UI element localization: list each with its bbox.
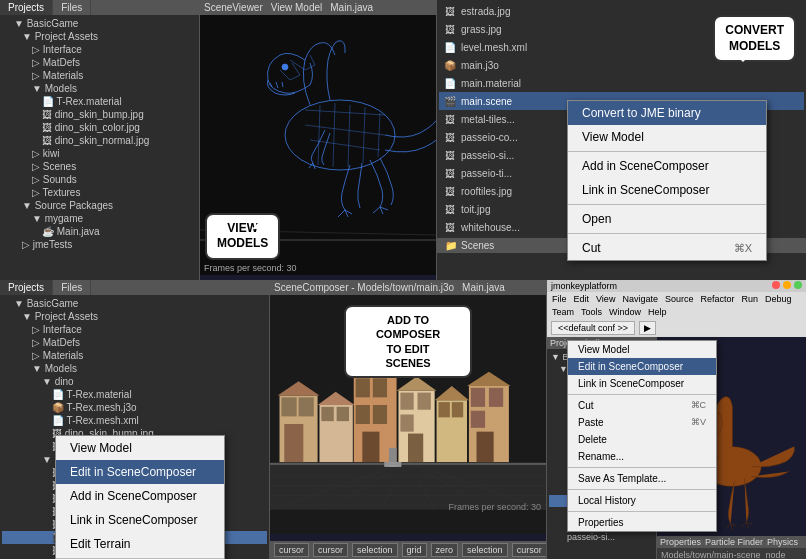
jmp-config-select[interactable]: <<default conf >> [551,321,635,335]
btree-project-assets[interactable]: ▼ Project Assets [2,310,267,323]
menu-file[interactable]: File [549,293,570,305]
menu-run[interactable]: Run [738,293,761,305]
status-cursor3[interactable]: cursor [512,543,546,557]
jmp-ctx-cut[interactable]: Cut⌘C [568,397,657,414]
ctx-view-model[interactable]: View Model [568,125,766,149]
jmp-ctx-rename[interactable]: Rename... [568,448,657,465]
ctx-link-scene-composer[interactable]: Link in SceneComposer [568,178,766,202]
jmp-ctx-edit-composer[interactable]: Edit in SceneComposer [568,358,657,375]
tab-viewmodel[interactable]: View Model [271,2,323,13]
3d-viewport-top[interactable]: Frames per second: 30 VIEW MODELS [200,15,436,275]
tab-projects-top[interactable]: Projects [0,0,53,15]
props-tab-physics[interactable]: Physics [767,537,798,547]
tab-files-top[interactable]: Files [53,0,91,15]
menu-edit[interactable]: Edit [571,293,593,305]
menu-team[interactable]: Team [549,306,577,318]
tab-scene-composer[interactable]: SceneComposer - Models/town/main.j3o [274,282,454,293]
ctx-add-scene-composer[interactable]: Add in SceneComposer [568,154,766,178]
status-selection[interactable]: selection [352,543,398,557]
jmp-run-btn[interactable]: ▶ [639,321,656,335]
tree-models-top[interactable]: ▼ Models [2,82,197,95]
jmp-ctx-paste[interactable]: Paste⌘V [568,414,657,431]
props-tab-properties[interactable]: Properties [660,537,701,547]
btree-models[interactable]: ▼ Models [2,362,267,375]
menu-debug[interactable]: Debug [762,293,795,305]
ctx-cut[interactable]: Cut ⌘X [568,236,766,260]
props-tab-particle[interactable]: Particle Finder [705,537,763,547]
svg-rect-19 [299,397,314,416]
jmp-ctx-link[interactable]: Link in SceneComposer [568,375,657,392]
menu-help[interactable]: Help [645,306,670,318]
close-btn[interactable] [772,281,780,289]
menu-refactor[interactable]: Refactor [697,293,737,305]
tab-files-bottom[interactable]: Files [53,280,91,295]
jmp-ctx-delete[interactable]: Delete [568,431,657,448]
tree-dino-normal[interactable]: 🖼 dino_skin_normal.jpg [2,134,197,147]
tab-mainjava[interactable]: Main.java [330,2,373,13]
btree-trex-j3o[interactable]: 📦 T-Rex.mesh.j3o [2,401,267,414]
svg-point-0 [285,100,395,170]
viewport-stats-top: Frames per second: 30 [204,263,297,273]
btree-dino[interactable]: ▼ dino [2,375,267,388]
status-grid[interactable]: grid [402,543,427,557]
minimize-btn[interactable] [783,281,791,289]
status-cursor2[interactable]: cursor [313,543,348,557]
menu-tools[interactable]: Tools [578,306,605,318]
jmp-passeio2[interactable]: passeio-si... [549,531,654,543]
menu-navigate[interactable]: Navigate [619,293,661,305]
menu-window[interactable]: Window [606,306,644,318]
bctx-edit-composer[interactable]: Edit in SceneComposer [56,460,224,484]
tree-dino-bump[interactable]: 🖼 dino_skin_bump.jpg [2,108,197,121]
btree-trex-mat[interactable]: 📄 T-Rex.material [2,388,267,401]
svg-rect-23 [337,407,349,421]
bctx-add-composer[interactable]: Add in SceneComposer [56,484,224,508]
menu-source[interactable]: Source [662,293,697,305]
jmp-ctx-view-model[interactable]: View Model [568,341,657,358]
tree-kiwi[interactable]: ▷ kiwi [2,147,197,160]
jmp-ctx-local-history[interactable]: Local History [568,492,657,509]
tree-project-assets[interactable]: ▼ Project Assets [2,30,197,43]
jmp-menu-bar: File Edit View Navigate Source Refactor … [547,292,806,319]
maximize-btn[interactable] [794,281,802,289]
status-cursor[interactable]: cursor [274,543,309,557]
tree-source-packages[interactable]: ▼ Source Packages [2,199,197,212]
jmp-ctx-properties[interactable]: Properties [568,514,657,531]
tree-jmetests[interactable]: ▷ jmeTests [2,238,197,251]
tree-main-java[interactable]: ☕ Main.java [2,225,197,238]
tree-basicgame[interactable]: ▼ BasicGame [2,17,197,30]
btree-interface[interactable]: ▷ Interface [2,323,267,336]
tree-materials[interactable]: ▷ Materials [2,69,197,82]
jmp-title-bar: jmonkeyplatform [547,280,806,292]
tree-interface[interactable]: ▷ Interface [2,43,197,56]
tree-matdefs[interactable]: ▷ MatDefs [2,56,197,69]
jmp-breadcrumb: Models/town/main-scene_node [661,550,802,559]
btree-materials[interactable]: ▷ Materials [2,349,267,362]
btree-basicgame[interactable]: ▼ BasicGame [2,297,267,310]
tab-sceneviewer[interactable]: SceneViewer [204,2,263,13]
tab-main-java-2[interactable]: Main.java [462,282,505,293]
jmp-ctx-save-template[interactable]: Save As Template... [568,470,657,487]
tree-textures[interactable]: ▷ Textures [2,186,197,199]
menu-view[interactable]: View [593,293,618,305]
ctx-convert-binary[interactable]: Convert to JME binary [568,101,766,125]
img-icon-4: 🖼 [443,130,457,144]
jmp-ctx-div3 [568,489,657,490]
tree-mygame[interactable]: ▼ mygame [2,212,197,225]
ctx-open[interactable]: Open [568,207,766,231]
jmp-ctx-div1 [568,394,657,395]
btree-trex-xml[interactable]: 📄 T-Rex.mesh.xml [2,414,267,427]
tree-sounds[interactable]: ▷ Sounds [2,173,197,186]
status-zero[interactable]: zero [431,543,459,557]
bctx-link-composer[interactable]: Link in SceneComposer [56,508,224,532]
btree-matdefs[interactable]: ▷ MatDefs [2,336,267,349]
tab-projects-bottom[interactable]: Projects [0,280,53,295]
bctx-view-model[interactable]: View Model [56,436,224,460]
status-selection2[interactable]: selection [462,543,508,557]
tree-scenes-top[interactable]: ▷ Scenes [2,160,197,173]
bctx-edit-terrain[interactable]: Edit Terrain [56,532,224,556]
svg-rect-18 [281,397,296,416]
img-icon-9: 🖼 [443,220,457,234]
tree-dino-color[interactable]: 🖼 dino_skin_color.jpg [2,121,197,134]
tree-trex-material[interactable]: 📄 T-Rex.material [2,95,197,108]
file-main-material[interactable]: 📄main.material [439,74,804,92]
